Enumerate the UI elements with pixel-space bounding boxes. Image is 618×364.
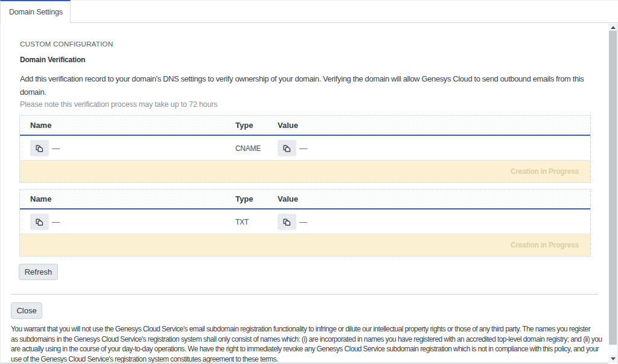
scrollbar-thumb[interactable] [609, 31, 617, 345]
copy-value-button[interactable] [278, 140, 296, 156]
section-description: Add this verification record to your dom… [20, 72, 608, 98]
refresh-button[interactable]: Refresh [19, 264, 58, 280]
copy-icon [35, 144, 44, 153]
window-bottom-border [0, 363, 608, 363]
legal-line: You warrant that you will not use the Ge… [11, 324, 598, 334]
record-type: TXT [235, 218, 249, 226]
tab-label: Domain Settings [9, 8, 63, 16]
value-value: — [299, 217, 307, 226]
legal-text: You warrant that you will not use the Ge… [11, 324, 598, 364]
description-line: domain. [20, 86, 608, 99]
main-content: CUSTOM CONFIGURATION Domain Verification… [0, 23, 608, 280]
value-value: — [299, 144, 307, 153]
column-header-value: Value [267, 194, 590, 203]
domain-settings-window: Domain Settings CUSTOM CONFIGURATION Dom… [0, 0, 618, 364]
legal-line: are actually using in the course of your… [11, 344, 598, 354]
status-badge: Creation in Progress [511, 241, 579, 249]
table-row: — CNAME [20, 136, 590, 161]
scroll-up-icon [611, 26, 616, 29]
copy-name-button[interactable] [30, 214, 49, 230]
column-header-type: Type [225, 121, 267, 130]
tab-strip-filler [71, 0, 618, 23]
name-value: — [52, 217, 60, 226]
name-cell: — [20, 214, 225, 230]
copy-icon [35, 217, 44, 226]
scroll-down-icon [611, 357, 616, 360]
type-cell: CNAME [225, 142, 267, 153]
column-header-value: Value [267, 121, 590, 130]
value-cell: — [267, 214, 590, 230]
copy-icon [282, 144, 291, 153]
column-header-name: Name [20, 194, 225, 203]
name-value: — [52, 144, 60, 153]
legal-line: as subdomains in the Genesys Cloud Servi… [11, 334, 598, 345]
column-header-type: Type [225, 194, 267, 203]
scroll-viewport: CUSTOM CONFIGURATION Domain Verification… [0, 23, 608, 364]
close-button[interactable]: Close [11, 302, 42, 319]
table-header-row: Name Type Value [20, 190, 590, 209]
copy-name-button[interactable] [30, 140, 49, 156]
window-left-border [0, 0, 1, 364]
column-header-name: Name [20, 121, 225, 130]
section-title: Domain Verification [20, 56, 608, 64]
table-row: — TXT [20, 209, 590, 234]
scroll-down-button[interactable] [608, 355, 617, 363]
status-row: Creation in Progress [20, 234, 590, 256]
record-type: CNAME [235, 144, 261, 153]
status-row: Creation in Progress [20, 161, 590, 182]
tab-domain-settings[interactable]: Domain Settings [0, 0, 71, 23]
dns-record-table-cname: Name Type Value [19, 115, 591, 183]
name-cell: — [20, 140, 225, 156]
vertical-scrollbar[interactable] [608, 24, 618, 364]
section-eyebrow: CUSTOM CONFIGURATION [20, 40, 608, 48]
section-note: Please note this verification process ma… [20, 100, 608, 109]
copy-value-button[interactable] [278, 214, 296, 230]
value-cell: — [267, 140, 590, 156]
dns-record-table-txt: Name Type Value [19, 189, 591, 257]
status-badge: Creation in Progress [511, 167, 579, 176]
copy-icon [282, 217, 291, 226]
description-line: Add this verification record to your dom… [20, 72, 608, 86]
footer-section: Close You warrant that you will not use … [11, 294, 598, 364]
tab-strip: Domain Settings [0, 0, 618, 23]
type-cell: TXT [225, 216, 267, 227]
table-header-row: Name Type Value [20, 116, 590, 136]
